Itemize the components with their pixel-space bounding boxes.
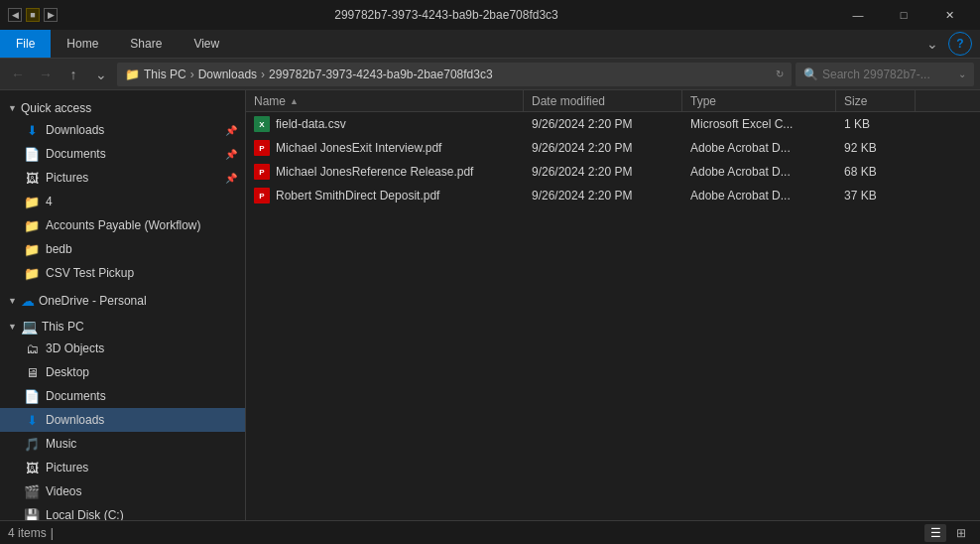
status-separator: | bbox=[51, 526, 54, 540]
sidebar-item-pictures-quick[interactable]: 🖼 Pictures 📌 bbox=[0, 166, 245, 190]
file-name-1: P Michael JonesExit Interview.pdf bbox=[246, 136, 524, 160]
title-bar-icons: ◀ ■ ▶ bbox=[8, 8, 58, 22]
view-details-button[interactable]: ☰ bbox=[924, 524, 946, 542]
sidebar-item-desktop[interactable]: 🖥 Desktop bbox=[0, 360, 245, 384]
minimize-button[interactable]: — bbox=[835, 0, 881, 30]
file-type-0: Microsoft Excel C... bbox=[682, 112, 836, 136]
tb-icon-2: ■ bbox=[26, 8, 40, 22]
col-header-date[interactable]: Date modified bbox=[524, 90, 682, 111]
sidebar: ▼ Quick access ⬇ Downloads 📌 📄 Documents… bbox=[0, 90, 246, 520]
search-dropdown-icon[interactable]: ⌄ bbox=[958, 68, 966, 79]
tab-share[interactable]: Share bbox=[114, 30, 178, 58]
sidebar-item-videos[interactable]: 🎬 Videos bbox=[0, 479, 245, 503]
status-view-controls: ☰ ⊞ bbox=[924, 524, 972, 542]
window-title: 299782b7-3973-4243-ba9b-2bae708fd3c3 bbox=[63, 8, 829, 22]
documents-quick-icon: 📄 bbox=[24, 146, 40, 162]
col-header-type[interactable]: Type bbox=[682, 90, 836, 111]
search-icon: 🔍 bbox=[803, 68, 818, 81]
tab-file[interactable]: File bbox=[0, 30, 51, 58]
path-this-pc[interactable]: This PC bbox=[144, 68, 186, 81]
file-name-2: P Michael JonesReference Release.pdf bbox=[246, 160, 524, 184]
col-header-size[interactable]: Size bbox=[836, 90, 916, 111]
desktop-icon: 🖥 bbox=[24, 364, 40, 380]
sidebar-item-pictures-thispc[interactable]: 🖼 Pictures bbox=[0, 456, 245, 479]
sidebar-item-downloads-quick[interactable]: ⬇ Downloads 📌 bbox=[0, 118, 245, 142]
maximize-button[interactable]: □ bbox=[881, 0, 926, 30]
sidebar-label-music: Music bbox=[46, 437, 237, 451]
thispc-header[interactable]: ▼ 💻 This PC bbox=[0, 317, 245, 337]
pdf-icon-1: P bbox=[254, 140, 270, 156]
status-bar: 4 items | ☰ ⊞ bbox=[0, 520, 980, 544]
col-type-label: Type bbox=[690, 94, 716, 108]
status-info: 4 items | bbox=[8, 526, 54, 540]
file-row-3[interactable]: P Robert SmithDirect Deposit.pdf 9/26/20… bbox=[246, 184, 980, 207]
sidebar-label-csv-test-pickup: CSV Test Pickup bbox=[46, 266, 237, 280]
sidebar-label-downloads-quick: Downloads bbox=[46, 123, 237, 137]
documents-thispc-icon: 📄 bbox=[24, 388, 40, 404]
onedrive-header[interactable]: ▼ ☁ OneDrive - Personal bbox=[0, 291, 245, 311]
sidebar-item-3d-objects[interactable]: 🗂 3D Objects bbox=[0, 337, 245, 360]
sidebar-item-accounts-payable[interactable]: 📁 Accounts Payable (Workflow) bbox=[0, 213, 245, 237]
ribbon: File Home Share View ⌄ ? bbox=[0, 30, 980, 59]
address-path[interactable]: 📁 This PC › Downloads › 299782b7-3973-42… bbox=[117, 63, 792, 86]
downloads-quick-icon: ⬇ bbox=[24, 122, 40, 138]
ribbon-expand-area: ⌄ ? bbox=[920, 32, 980, 56]
file-size-2: 68 KB bbox=[836, 160, 916, 184]
sidebar-item-documents-quick[interactable]: 📄 Documents 📌 bbox=[0, 142, 245, 166]
sidebar-item-documents-thispc[interactable]: 📄 Documents bbox=[0, 384, 245, 408]
videos-icon: 🎬 bbox=[24, 483, 40, 499]
forward-button[interactable]: → bbox=[34, 63, 58, 86]
main-content: ▼ Quick access ⬇ Downloads 📌 📄 Documents… bbox=[0, 90, 980, 520]
sidebar-item-bedb[interactable]: 📁 bedb bbox=[0, 237, 245, 261]
path-refresh[interactable]: ↻ bbox=[776, 68, 784, 79]
path-downloads[interactable]: Downloads bbox=[198, 68, 257, 81]
quick-access-label: Quick access bbox=[21, 101, 91, 115]
tab-home[interactable]: Home bbox=[51, 30, 114, 58]
sidebar-label-documents-quick: Documents bbox=[46, 147, 237, 161]
sidebar-item-csv-test-pickup[interactable]: 📁 CSV Test Pickup bbox=[0, 261, 245, 285]
file-name-3: P Robert SmithDirect Deposit.pdf bbox=[246, 184, 524, 207]
up-button[interactable]: ↑ bbox=[61, 63, 85, 86]
file-date-1: 9/26/2024 2:20 PM bbox=[524, 136, 682, 160]
sidebar-item-music[interactable]: 🎵 Music bbox=[0, 432, 245, 456]
path-sep-2: › bbox=[261, 68, 265, 81]
address-bar: ← → ↑ ⌄ 📁 This PC › Downloads › 299782b7… bbox=[0, 59, 980, 90]
file-row-0[interactable]: X field-data.csv 9/26/2024 2:20 PM Micro… bbox=[246, 112, 980, 136]
close-button[interactable]: ✕ bbox=[926, 0, 972, 30]
search-input[interactable] bbox=[822, 68, 941, 81]
col-header-name[interactable]: Name ▲ bbox=[246, 90, 524, 111]
folder-4-icon: 📁 bbox=[24, 194, 40, 209]
file-area: Name ▲ Date modified Type Size X field-d… bbox=[246, 90, 980, 520]
local-disk-icon: 💾 bbox=[24, 507, 40, 520]
pdf-icon-2: P bbox=[254, 164, 270, 180]
sidebar-label-accounts-payable: Accounts Payable (Workflow) bbox=[46, 218, 237, 232]
sidebar-item-local-disk[interactable]: 💾 Local Disk (C:) bbox=[0, 503, 245, 520]
back-button[interactable]: ← bbox=[6, 63, 30, 86]
file-date-2: 9/26/2024 2:20 PM bbox=[524, 160, 682, 184]
thispc-expand-icon: ▼ bbox=[8, 322, 17, 332]
accounts-payable-icon: 📁 bbox=[24, 217, 40, 233]
3d-objects-icon: 🗂 bbox=[24, 340, 40, 356]
file-date-3: 9/26/2024 2:20 PM bbox=[524, 184, 682, 207]
file-size-0: 1 KB bbox=[836, 112, 916, 136]
ribbon-collapse-button[interactable]: ⌄ bbox=[920, 32, 944, 56]
bedb-icon: 📁 bbox=[24, 241, 40, 257]
sidebar-item-downloads-thispc[interactable]: ⬇ Downloads bbox=[0, 408, 245, 432]
view-tiles-button[interactable]: ⊞ bbox=[950, 524, 972, 542]
pictures-thispc-icon: 🖼 bbox=[24, 460, 40, 476]
ribbon-tabs: File Home Share View ⌄ ? bbox=[0, 30, 980, 58]
sidebar-label-4: 4 bbox=[46, 195, 237, 208]
quick-access-header[interactable]: ▼ Quick access bbox=[0, 98, 245, 118]
sidebar-item-4[interactable]: 📁 4 bbox=[0, 190, 245, 213]
sidebar-label-bedb: bedb bbox=[46, 242, 237, 256]
music-icon: 🎵 bbox=[24, 436, 40, 452]
help-button[interactable]: ? bbox=[948, 32, 972, 56]
file-row-1[interactable]: P Michael JonesExit Interview.pdf 9/26/2… bbox=[246, 136, 980, 160]
quick-access-expand-icon: ▼ bbox=[8, 103, 17, 113]
path-folder-id[interactable]: 299782b7-3973-4243-ba9b-2bae708fd3c3 bbox=[269, 68, 493, 81]
file-list: X field-data.csv 9/26/2024 2:20 PM Micro… bbox=[246, 112, 980, 520]
recent-locations-button[interactable]: ⌄ bbox=[89, 63, 113, 86]
pictures-quick-icon: 🖼 bbox=[24, 170, 40, 186]
tab-view[interactable]: View bbox=[178, 30, 235, 58]
file-row-2[interactable]: P Michael JonesReference Release.pdf 9/2… bbox=[246, 160, 980, 184]
